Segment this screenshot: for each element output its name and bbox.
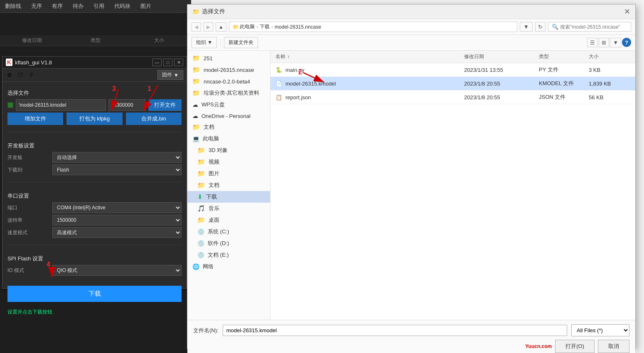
- breadcrumb-sep2: ›: [271, 24, 273, 30]
- editor-col-headers: 修改日期 类型 大小: [0, 35, 191, 46]
- fd-search-input[interactable]: [560, 24, 627, 30]
- fd-organize-button[interactable]: 组织 ▼: [192, 37, 217, 48]
- drive-d-icon: 💿: [197, 240, 204, 247]
- restore-button[interactable]: □: [163, 59, 172, 66]
- sidebar-item-3d[interactable]: 📁 3D 对象: [187, 145, 270, 156]
- sidebar-item-downloads[interactable]: ⬇ 下载: [187, 191, 270, 203]
- fd-list-view-button[interactable]: ☰: [587, 38, 598, 47]
- add-file-button[interactable]: 增加文件: [7, 113, 63, 125]
- fd-title: 📁 选择文件: [192, 8, 225, 15]
- fd-filetype-select[interactable]: All Files (*): [571, 324, 629, 336]
- col-header-size[interactable]: 大小: [589, 53, 630, 60]
- py-file-icon: 🐍: [275, 67, 282, 73]
- breadcrumb-part3[interactable]: model-26315.nncase: [275, 24, 321, 30]
- sidebar-item-wps[interactable]: ☁ WPS云盘: [187, 99, 270, 110]
- package-button[interactable]: 打包为 kfpkg: [66, 113, 122, 125]
- list-item-kmodel-type: KMODEL 文件: [539, 80, 589, 87]
- settings-icon[interactable]: ⚙: [6, 71, 13, 79]
- breadcrumb-part1[interactable]: 此电脑: [240, 23, 255, 30]
- baud-label: 波特率: [7, 217, 49, 224]
- sidebar-item-video[interactable]: 📁 视频: [187, 156, 270, 168]
- dev-board-select[interactable]: 自动选择: [52, 152, 182, 163]
- toolbar-image[interactable]: 图片: [135, 1, 156, 12]
- speed-select[interactable]: 高速模式: [52, 227, 182, 238]
- sidebar-item-network[interactable]: 🌐 网络: [187, 261, 270, 272]
- folder-icon-nncase: 📁: [192, 78, 200, 85]
- json-file-icon: 📋: [275, 94, 282, 101]
- list-item-reportjson-date: 2023/1/8 20:55: [464, 94, 539, 101]
- fd-view-chevron[interactable]: ▼: [610, 38, 621, 47]
- toolbar-codeblock[interactable]: 代码块: [109, 1, 135, 12]
- fd-details-view-button[interactable]: ⊞: [599, 38, 609, 47]
- download-button[interactable]: 下载: [7, 286, 182, 302]
- col-header-type[interactable]: 类型: [539, 53, 589, 60]
- toolbar-quote[interactable]: 引用: [88, 1, 109, 12]
- sidebar-item-251[interactable]: 📁 251: [187, 52, 270, 64]
- file-path-input[interactable]: [16, 99, 106, 111]
- fd-footer: 文件名(N): All Files (*) Yuucn.com 打开(O) 取消: [187, 320, 635, 353]
- fd-open-button[interactable]: 打开(O): [555, 340, 595, 353]
- fd-up-button[interactable]: ▲: [216, 22, 226, 32]
- speed-label: 速度模式: [7, 229, 49, 236]
- sidebar-item-thispc[interactable]: 💻 此电脑: [187, 133, 270, 145]
- port-section: 串口设置 端口 COM4 (Intel(R) Active 波特率 150000…: [7, 192, 182, 238]
- breadcrumb-part2[interactable]: 下载: [260, 23, 270, 30]
- fd-location-dropdown[interactable]: ▼: [520, 22, 533, 32]
- close-button[interactable]: ✕: [174, 59, 183, 66]
- open-file-button[interactable]: 打开文件: [148, 99, 182, 111]
- sidebar-item-nncase[interactable]: 📁 nncase-0.2.0-beta4: [187, 76, 270, 87]
- info-icon[interactable]: 🛡: [17, 71, 24, 79]
- baud-select[interactable]: 1500000: [52, 215, 182, 226]
- help-icon[interactable]: ?: [27, 71, 35, 79]
- col-size: 大小: [128, 37, 191, 44]
- sidebar-item-label-softd: 软件 (D:): [208, 240, 229, 247]
- toolbar-todo[interactable]: 待办: [68, 1, 88, 12]
- fd-new-folder-button[interactable]: 新建文件夹: [224, 37, 258, 48]
- io-mode-select[interactable]: QIO 模式: [52, 265, 182, 276]
- firmware-dropdown[interactable]: 固件 ▼: [157, 70, 183, 80]
- col-header-date[interactable]: 修改日期: [464, 53, 539, 60]
- sidebar-item-sysc[interactable]: 💿 系统 (C:): [187, 226, 270, 238]
- fd-filename-label: 文件名(N):: [193, 327, 219, 334]
- toolbar-unordered[interactable]: 无序: [26, 1, 47, 12]
- sidebar-item-docs[interactable]: 📁 文档: [187, 121, 270, 133]
- sidebar-item-music[interactable]: 🎵 音乐: [187, 203, 270, 214]
- sidebar-item-model[interactable]: 📁 model-26315.nncase: [187, 64, 270, 76]
- fd-close-button[interactable]: ✕: [624, 8, 630, 15]
- sidebar-item-label-3d: 3D 对象: [209, 147, 228, 154]
- list-item-reportjson[interactable]: 📋 report.json 2023/1/8 20:55 JSON 文件 56 …: [270, 91, 635, 104]
- fd-back-button[interactable]: ◀: [192, 22, 201, 32]
- toolbar-ordered[interactable]: 有序: [47, 1, 68, 12]
- sidebar-item-label-docs: 文档: [204, 123, 214, 131]
- list-item-kmodel[interactable]: 📄 model-26315.kmodel 2023/1/8 20:55 KMOD…: [270, 77, 635, 91]
- divider1: [7, 132, 182, 132]
- sidebar-item-pictures[interactable]: 📁 图片: [187, 168, 270, 179]
- col-date: 修改日期: [0, 37, 64, 44]
- fd-filename-input[interactable]: [223, 325, 567, 336]
- file-status-indicator: [7, 102, 13, 108]
- fd-help-button[interactable]: ?: [622, 38, 631, 47]
- folder-icon-video: 📁: [197, 158, 205, 166]
- sidebar-item-doce[interactable]: 💿 文档 (E:): [187, 249, 270, 261]
- fd-cancel-button[interactable]: 取消: [598, 340, 629, 353]
- col-header-name[interactable]: 名称 ↑: [275, 53, 464, 60]
- fd-refresh-button[interactable]: ↻: [535, 22, 546, 32]
- list-item-mainpy[interactable]: 🐍 main.py 2023/1/31 13:55 PY 文件 3 KB: [270, 63, 635, 77]
- merge-button[interactable]: 合并成.bin: [126, 113, 182, 125]
- folder-icon-pictures: 📁: [197, 170, 205, 177]
- download-to-select[interactable]: Flash: [52, 164, 182, 175]
- sidebar-item-documents[interactable]: 📁 文档: [187, 179, 270, 191]
- fd-forward-button[interactable]: ▶: [204, 22, 213, 32]
- fd-list-header: 名称 ↑ 修改日期 类型 大小: [270, 51, 635, 63]
- toolbar-delete-line[interactable]: 删除线: [0, 1, 26, 12]
- sidebar-item-desktop[interactable]: 📁 桌面: [187, 214, 270, 226]
- kflash-titlebar-controls: — □ ✕: [152, 59, 183, 66]
- minimize-button[interactable]: —: [152, 59, 162, 66]
- file-addr-input[interactable]: [108, 99, 146, 111]
- list-item-kmodel-size: 1,839 KB: [589, 81, 630, 87]
- sidebar-item-softd[interactable]: 💿 软件 (D:): [187, 238, 270, 249]
- port-select[interactable]: COM4 (Intel(R) Active: [52, 202, 182, 213]
- sidebar-item-onedrive[interactable]: ☁ OneDrive - Personal: [187, 110, 270, 121]
- sidebar-item-garbage[interactable]: 📁 垃圾分类-其它相关资料: [187, 87, 270, 99]
- sidebar-item-label-thispc: 此电脑: [203, 135, 219, 142]
